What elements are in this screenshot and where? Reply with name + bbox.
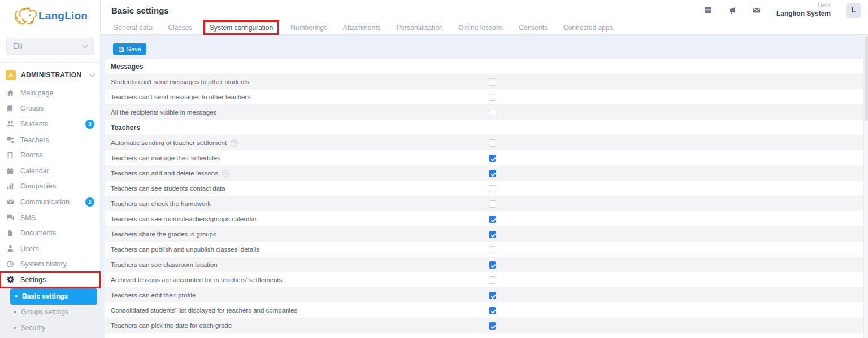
sidebar-item-settings[interactable]: Settings: [0, 272, 100, 288]
app-window: LangLion EN A ADMINISTRATION Main page G…: [0, 0, 868, 338]
header-right: Hello Langlion System L: [704, 2, 868, 18]
setting-checkbox[interactable]: [489, 170, 496, 177]
bullet-icon: •: [14, 324, 16, 332]
setting-row: Students can't send messages to other st…: [105, 74, 863, 90]
section-header-row: Teachers: [105, 120, 863, 135]
setting-checkbox[interactable]: [489, 261, 496, 269]
sidebar-subitem-groups-settings[interactable]: • Groups settings: [0, 305, 100, 321]
setting-checkbox[interactable]: [489, 155, 496, 162]
avatar[interactable]: L: [846, 3, 861, 18]
setting-label: Teachers can edit their profile: [111, 292, 196, 299]
setting-checkbox[interactable]: [489, 246, 496, 253]
setting-checkbox[interactable]: [489, 94, 496, 101]
archive-icon[interactable]: [704, 6, 713, 15]
sidebar-item-communication[interactable]: Communication 2: [0, 194, 100, 210]
sidebar-item-label: Users: [20, 245, 39, 253]
setting-checkbox[interactable]: [489, 78, 496, 86]
rooms-icon: [6, 151, 15, 159]
setting-checkbox[interactable]: [489, 292, 496, 299]
sidebar-subitem-label: Basic settings: [22, 292, 68, 300]
tab-connected-apps[interactable]: Connected apps: [559, 22, 617, 33]
setting-label: Teachers can't send messages to other te…: [111, 94, 250, 100]
setting-checkbox[interactable]: [489, 322, 496, 330]
sidebar-item-label: Main page: [20, 89, 53, 97]
section-title: Teachers: [111, 124, 140, 131]
help-icon[interactable]: ?: [222, 170, 229, 177]
save-button[interactable]: Save: [113, 43, 146, 55]
sidebar-item-label: Communication: [20, 198, 70, 206]
setting-checkbox[interactable]: [489, 231, 496, 238]
sidebar-item-system-history[interactable]: System history: [0, 257, 100, 273]
home-icon: [6, 89, 15, 97]
bullet-icon: •: [14, 308, 16, 316]
sidebar-item-companies[interactable]: Companies: [0, 179, 100, 195]
tab-system-configuration[interactable]: System configuration: [203, 20, 279, 35]
language-select[interactable]: EN: [6, 38, 94, 55]
administration-icon: A: [6, 70, 16, 80]
setting-row: Teachers can pick the date for each grad…: [105, 318, 863, 333]
sidebar-subitem-label: Security: [21, 324, 45, 332]
bullet-icon: •: [15, 292, 18, 300]
calendar-icon: [6, 167, 15, 175]
setting-checkbox[interactable]: [489, 139, 496, 147]
mail-icon[interactable]: [752, 6, 761, 15]
sidebar-item-label: Teachers: [20, 136, 49, 144]
sidebar-item-label: Students: [20, 120, 48, 128]
setting-label: Archived lessons are accounted for in te…: [111, 276, 282, 283]
sidebar-item-label: Settings: [20, 276, 46, 284]
scrollbar-track[interactable]: [863, 35, 868, 338]
megaphone-icon[interactable]: [728, 6, 737, 15]
scrollbar-thumb[interactable]: [865, 36, 868, 121]
chevron-down-icon: [83, 43, 88, 49]
tab-numberings[interactable]: Numberings: [286, 22, 332, 33]
sidebar-item-teachers[interactable]: Teachers: [0, 132, 100, 148]
setting-row: All the recipients visible in messages: [105, 105, 863, 120]
setting-row: Consolidated students' list displayed fo…: [105, 303, 863, 318]
sidebar-section-label: ADMINISTRATION: [21, 71, 85, 79]
sidebar-item-label: Documents: [20, 229, 56, 237]
user-name: Langlion System: [776, 10, 831, 18]
tab-attachments[interactable]: Attachments: [338, 22, 385, 33]
greeting-block: Hello Langlion System: [776, 2, 831, 18]
save-icon: [118, 46, 124, 52]
notification-badge: 3: [85, 120, 94, 129]
brand-logo[interactable]: LangLion: [0, 0, 100, 32]
sidebar-item-sms[interactable]: SMS: [0, 210, 100, 226]
tab-personalization[interactable]: Personalization: [392, 22, 448, 33]
mail-icon: [6, 197, 15, 206]
setting-label: Teachers can publish and unpublish class…: [111, 246, 259, 253]
sidebar-item-users[interactable]: Users: [0, 241, 100, 257]
sidebar-item-students[interactable]: Students 3: [0, 116, 100, 132]
user-icon: [6, 244, 15, 253]
setting-checkbox[interactable]: [489, 185, 496, 192]
sidebar-section-header[interactable]: A ADMINISTRATION: [0, 63, 100, 85]
setting-checkbox[interactable]: [489, 216, 496, 223]
section-title: Messages: [111, 63, 143, 71]
sidebar-subitem-basic-settings[interactable]: • Basic settings: [10, 288, 97, 305]
sidebar-subitem-label: Groups settings: [21, 308, 68, 316]
brand-name: LangLion: [38, 10, 88, 22]
sidebar-item-label: System history: [20, 260, 67, 268]
setting-checkbox[interactable]: [489, 307, 496, 314]
sidebar-subitem-security[interactable]: • Security: [0, 320, 100, 336]
tab-online-lessons[interactable]: Online lessons: [454, 22, 508, 33]
sidebar-item-label: Groups: [20, 104, 44, 112]
sidebar-item-groups[interactable]: Groups: [0, 101, 100, 117]
tab-classes[interactable]: Classes: [163, 22, 197, 33]
setting-label: Automatic sending of teacher settlement: [111, 139, 227, 146]
setting-row: Teachers can add and delete lessons ?: [105, 166, 863, 181]
tab-consents[interactable]: Consents: [514, 22, 552, 33]
tab-general-data[interactable]: General data: [108, 22, 157, 33]
setting-checkbox[interactable]: [489, 109, 496, 116]
gear-icon: [6, 275, 15, 284]
sidebar-item-documents[interactable]: Documents: [0, 225, 100, 241]
setting-label: Teachers share the grades in groups: [111, 231, 216, 238]
setting-checkbox[interactable]: [489, 200, 496, 208]
page-title: Basic settings: [101, 6, 169, 15]
sidebar-item-main-page[interactable]: Main page: [0, 85, 100, 101]
sidebar-item-rooms[interactable]: Rooms: [0, 147, 100, 163]
setting-checkbox[interactable]: [489, 276, 496, 284]
setting-label: Teachers can pick the date for each grad…: [111, 322, 232, 329]
sidebar-item-calendar[interactable]: Calendar: [0, 163, 100, 179]
help-icon[interactable]: ?: [231, 139, 238, 147]
